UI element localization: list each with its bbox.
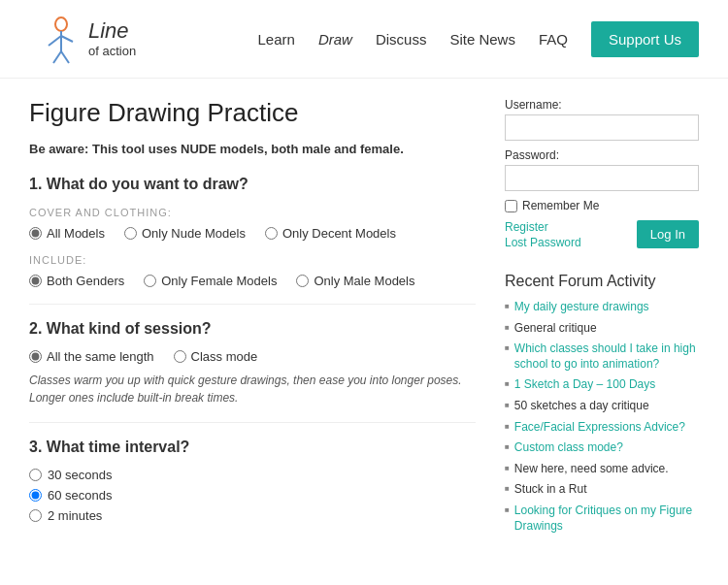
svg-line-4 [53,51,61,63]
include-female-radio[interactable] [144,275,156,287]
register-link[interactable]: Register [505,220,548,234]
time-2m-label: 2 minutes [48,508,102,523]
session-class-label: Class mode [191,349,258,364]
section1-title: 1. What do you want to draw? [29,176,476,193]
nav-faq[interactable]: FAQ [539,31,568,48]
login-button[interactable]: Log In [637,220,699,248]
forum-item-0: My daily gesture drawings [505,300,699,315]
include-male-label: Only Male Models [314,274,414,288]
username-input[interactable] [505,114,699,141]
include-options: Both Genders Only Female Models Only Mal… [29,274,476,288]
svg-line-5 [61,51,69,63]
main-nav: Learn Draw Discuss Site News FAQ Support… [258,21,700,57]
time-60s-label: 60 seconds [48,488,113,503]
login-section: Username: Password: Remember Me Register… [505,98,699,249]
cover-label: COVER AND CLOTHING: [29,207,476,218]
session-same-length[interactable]: All the same length [29,349,154,364]
include-male-radio[interactable] [296,275,309,287]
page-title: Figure Drawing Practice [29,98,476,128]
include-male[interactable]: Only Male Models [296,274,414,288]
session-same-label: All the same length [47,349,154,364]
forum-item-8: Stuck in a Rut [505,482,699,498]
time-2m-radio[interactable] [29,509,42,522]
cover-decent-radio[interactable] [265,227,278,240]
warning-text: Be aware: This tool uses NUDE models, bo… [29,142,476,156]
forum-item-6: Custom class mode? [505,440,699,456]
time-60s-radio[interactable] [29,489,42,502]
session-class-radio[interactable] [174,350,186,363]
nav-learn[interactable]: Learn [258,31,295,48]
forum-link-3[interactable]: 1 Sketch a Day – 100 Days [514,377,655,393]
cover-all-radio[interactable] [29,227,42,240]
forum-link-4[interactable]: 50 sketches a day critique [514,399,649,414]
forum-link-5[interactable]: Face/Facial Expressions Advice? [514,420,685,436]
svg-point-0 [55,17,67,31]
nav-draw[interactable]: Draw [318,31,352,48]
cover-decent-models[interactable]: Only Decent Models [265,226,396,241]
remember-row: Remember Me [505,199,699,212]
forum-item-4: 50 sketches a day critique [505,399,699,414]
remember-checkbox[interactable] [505,200,517,212]
cover-decent-label: Only Decent Models [282,226,396,241]
time-30s[interactable]: 30 seconds [29,468,476,482]
forum-list: My daily gesture drawings General critiq… [505,300,699,534]
cover-options: All Models Only Nude Models Only Decent … [29,226,476,241]
password-input[interactable] [505,165,699,191]
forum-item-9: Looking for Critiques on my Figure Drawi… [505,504,699,534]
logo-subtext: of action [88,44,136,58]
time-2m[interactable]: 2 minutes [29,508,476,523]
forum-section: Recent Forum Activity My daily gesture d… [505,273,699,534]
time-30s-label: 30 seconds [48,468,113,482]
cover-nude-models[interactable]: Only Nude Models [124,226,246,241]
forum-link-1[interactable]: General critique [514,321,597,337]
nav-discuss[interactable]: Discuss [376,31,427,48]
forum-item-1: General critique [505,321,699,337]
session-class-mode[interactable]: Class mode [174,349,258,364]
session-options: All the same length Class mode [29,349,476,364]
forum-link-0[interactable]: My daily gesture drawings [514,300,649,315]
cover-nude-radio[interactable] [124,227,137,240]
logo[interactable]: Line of action [29,10,136,68]
forum-link-8[interactable]: Stuck in a Rut [514,482,587,498]
forum-item-7: New here, need some advice. [505,462,699,477]
include-label: INCLUDE: [29,254,476,266]
time-60s[interactable]: 60 seconds [29,488,476,503]
right-sidebar: Username: Password: Remember Me Register… [505,98,699,539]
cover-nude-label: Only Nude Models [142,226,246,241]
logo-line-text: Line [88,19,129,43]
svg-line-3 [61,36,73,42]
section3-title: 3. What time interval? [29,439,476,456]
forum-item-3: 1 Sketch a Day – 100 Days [505,377,699,393]
login-links: Register Lost Password Log In [505,218,699,249]
support-button[interactable]: Support Us [591,21,699,57]
class-note: Classes warm you up with quick gesture d… [29,372,476,406]
forum-link-9[interactable]: Looking for Critiques on my Figure Drawi… [514,504,699,534]
svg-line-2 [49,36,61,46]
forum-item-5: Face/Facial Expressions Advice? [505,420,699,436]
include-female[interactable]: Only Female Models [144,274,277,288]
remember-label: Remember Me [522,199,599,212]
session-same-radio[interactable] [29,350,42,363]
nav-sitenews[interactable]: Site News [449,31,515,48]
time-options: 30 seconds 60 seconds 2 minutes [29,468,476,523]
include-both-label: Both Genders [47,274,124,288]
section2-title: 2. What kind of session? [29,320,476,338]
forum-title: Recent Forum Activity [505,273,699,290]
logo-icon [29,10,83,68]
include-both-radio[interactable] [29,275,42,287]
cover-all-label: All Models [47,226,105,241]
forum-link-2[interactable]: Which classes should I take in high scho… [514,341,699,372]
forum-link-7[interactable]: New here, need some advice. [514,462,669,477]
include-female-label: Only Female Models [161,274,277,288]
time-30s-radio[interactable] [29,469,42,481]
forum-item-2: Which classes should I take in high scho… [505,341,699,372]
register-lost-links: Register Lost Password [505,218,581,249]
password-label: Password: [505,148,699,162]
main-content: Figure Drawing Practice Be aware: This t… [29,98,505,539]
include-both[interactable]: Both Genders [29,274,124,288]
lost-password-link[interactable]: Lost Password [505,236,581,249]
username-label: Username: [505,98,699,112]
cover-all-models[interactable]: All Models [29,226,105,241]
forum-link-6[interactable]: Custom class mode? [514,440,623,456]
